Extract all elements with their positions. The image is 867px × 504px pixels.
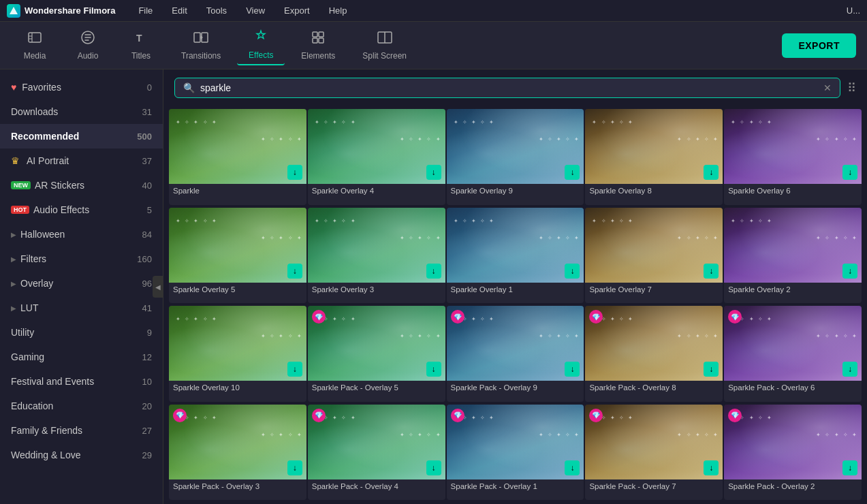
sidebar-item-education[interactable]: Education 20	[0, 394, 163, 418]
toolbar: Media Audio T Titles Transitions Effects	[0, 22, 867, 69]
sidebar-item-filters[interactable]: ▶ Filters 160	[0, 247, 163, 271]
effect-card[interactable]: ↓ Sparkle Overlay 1	[447, 208, 584, 304]
sidebar-item-downloads[interactable]: Downloads 31	[0, 99, 163, 124]
download-button[interactable]: ↓	[842, 165, 857, 180]
download-button[interactable]: ↓	[426, 165, 441, 180]
effect-thumbnail: ↓	[585, 109, 723, 184]
effect-thumbnail: ↓	[308, 109, 445, 184]
toolbar-audio[interactable]: Audio	[64, 26, 112, 65]
download-button[interactable]: ↓	[287, 460, 302, 475]
download-button[interactable]: ↓	[842, 362, 857, 377]
download-button[interactable]: ↓	[565, 460, 580, 475]
sidebar-item-family[interactable]: Family & Friends 27	[0, 418, 163, 443]
effect-card[interactable]: 💎 ↓ Sparkle Pack - Overlay 9	[447, 306, 584, 402]
effect-thumbnail: 💎 ↓	[724, 405, 862, 479]
sidebar-item-recommended[interactable]: Recommended 500	[0, 124, 163, 148]
effect-card[interactable]: ↓ Sparkle Overlay 4	[308, 109, 445, 205]
sidebar-item-wedding[interactable]: Wedding & Love 29	[0, 443, 163, 467]
toolbar-transitions[interactable]: Transitions	[170, 26, 232, 65]
effect-card[interactable]: 💎 ↓ Sparkle Pack - Overlay 7	[585, 405, 723, 501]
effect-name: Sparkle Overlay 8	[585, 184, 723, 199]
download-button[interactable]: ↓	[426, 460, 441, 475]
menu-file[interactable]: File	[136, 4, 155, 17]
effect-thumbnail: 💎 ↓	[447, 405, 584, 479]
effect-thumbnail: ↓	[169, 306, 306, 381]
download-button[interactable]: ↓	[287, 264, 302, 279]
sidebar-item-overlay[interactable]: ▶ Overlay 96	[0, 271, 163, 296]
export-button[interactable]: EXPORT	[782, 33, 856, 58]
audio-icon	[80, 30, 95, 48]
sidebar-item-audio-effects[interactable]: HOT Audio Effects 5	[0, 198, 163, 222]
download-button[interactable]: ↓	[842, 264, 857, 279]
effect-card[interactable]: 💎 ↓ Sparkle Pack - Overlay 1	[447, 405, 584, 501]
media-icon	[27, 30, 42, 48]
effect-card[interactable]: 💎 ↓ Sparkle Pack - Overlay 5	[308, 306, 445, 402]
effect-name: Sparkle Overlay 9	[447, 184, 584, 199]
download-button[interactable]: ↓	[287, 362, 302, 377]
sidebar-item-favorites[interactable]: ♥ Favorites 0	[0, 75, 163, 99]
toolbar-split-screen[interactable]: Split Screen	[351, 26, 417, 65]
effect-name: Sparkle Pack - Overlay 9	[447, 381, 584, 396]
effect-card[interactable]: 💎 ↓ Sparkle Pack - Overlay 2	[724, 405, 862, 501]
effect-card[interactable]: ↓ Sparkle Overlay 6	[724, 109, 862, 205]
download-button[interactable]: ↓	[565, 362, 580, 377]
main-area: ♥ Favorites 0 Downloads 31 Recommended 5…	[0, 69, 867, 504]
menu-edit[interactable]: Edit	[169, 4, 189, 17]
download-button[interactable]: ↓	[704, 165, 719, 180]
download-button[interactable]: ↓	[565, 264, 580, 279]
download-button[interactable]: ↓	[704, 460, 719, 475]
effect-card[interactable]: ↓ Sparkle Overlay 5	[169, 208, 306, 304]
sidebar-item-festival[interactable]: Festival and Events 10	[0, 369, 163, 394]
download-button[interactable]: ↓	[426, 264, 441, 279]
menu-export[interactable]: Export	[281, 4, 313, 17]
effect-card[interactable]: 💎 ↓ Sparkle Pack - Overlay 4	[308, 405, 445, 501]
effect-card[interactable]: 💎 ↓ Sparkle Pack - Overlay 6	[724, 306, 862, 402]
toolbar-elements[interactable]: Elements	[290, 26, 346, 65]
effect-thumbnail: ↓	[169, 109, 306, 184]
sidebar-collapse-button[interactable]: ◀	[153, 276, 163, 298]
effect-card[interactable]: 💎 ↓ Sparkle Pack - Overlay 8	[585, 306, 723, 402]
sidebar-item-ar-stickers[interactable]: NEW AR Stickers 40	[0, 173, 163, 198]
effect-card[interactable]: ↓ Sparkle Overlay 7	[585, 208, 723, 304]
menu-tools[interactable]: Tools	[204, 4, 230, 17]
effect-name: Sparkle Overlay 1	[447, 283, 584, 298]
menu-view[interactable]: View	[243, 4, 268, 17]
download-button[interactable]: ↓	[842, 460, 857, 475]
effect-name: Sparkle	[169, 184, 306, 199]
sidebar-item-gaming[interactable]: Gaming 12	[0, 345, 163, 369]
effect-card[interactable]: ↓ Sparkle Overlay 10	[169, 306, 306, 402]
download-button[interactable]: ↓	[565, 165, 580, 180]
svg-marker-0	[10, 7, 18, 14]
svg-rect-7	[319, 32, 324, 37]
search-clear-button[interactable]: ✕	[823, 82, 832, 93]
toolbar-media[interactable]: Media	[11, 26, 59, 65]
effect-card[interactable]: ↓ Sparkle	[169, 109, 306, 205]
chevron-right-icon: ▶	[11, 255, 16, 263]
download-button[interactable]: ↓	[704, 264, 719, 279]
split-screen-icon	[377, 30, 392, 48]
menu-help[interactable]: Help	[326, 4, 350, 17]
download-button[interactable]: ↓	[704, 362, 719, 377]
premium-badge: 💎	[312, 409, 326, 422]
toolbar-effects[interactable]: Effects	[237, 25, 285, 65]
premium-badge: 💎	[589, 409, 603, 422]
effect-name: Sparkle Pack - Overlay 4	[308, 479, 445, 494]
effect-card[interactable]: ↓ Sparkle Overlay 9	[447, 109, 584, 205]
effect-card[interactable]: ↓ Sparkle Overlay 8	[585, 109, 723, 205]
effect-card[interactable]: ↓ Sparkle Overlay 2	[724, 208, 862, 304]
effect-thumbnail: ↓	[724, 208, 862, 283]
effect-card[interactable]: ↓ Sparkle Overlay 3	[308, 208, 445, 304]
premium-badge: 💎	[728, 409, 742, 422]
effect-card[interactable]: 💎 ↓ Sparkle Pack - Overlay 3	[169, 405, 306, 501]
effect-thumbnail: ↓	[447, 109, 584, 184]
search-input[interactable]	[200, 82, 818, 93]
download-button[interactable]: ↓	[426, 362, 441, 377]
sidebar-item-ai-portrait[interactable]: ♛ AI Portrait 37	[0, 148, 163, 173]
sidebar-item-utility[interactable]: Utility 9	[0, 320, 163, 345]
sidebar-item-lut[interactable]: ▶ LUT 41	[0, 296, 163, 320]
toolbar-items: Media Audio T Titles Transitions Effects	[11, 25, 782, 65]
download-button[interactable]: ↓	[287, 165, 302, 180]
grid-toggle-button[interactable]: ⠿	[847, 80, 856, 95]
sidebar-item-halloween[interactable]: ▶ Halloween 84	[0, 222, 163, 247]
toolbar-titles[interactable]: T Titles	[117, 26, 165, 65]
